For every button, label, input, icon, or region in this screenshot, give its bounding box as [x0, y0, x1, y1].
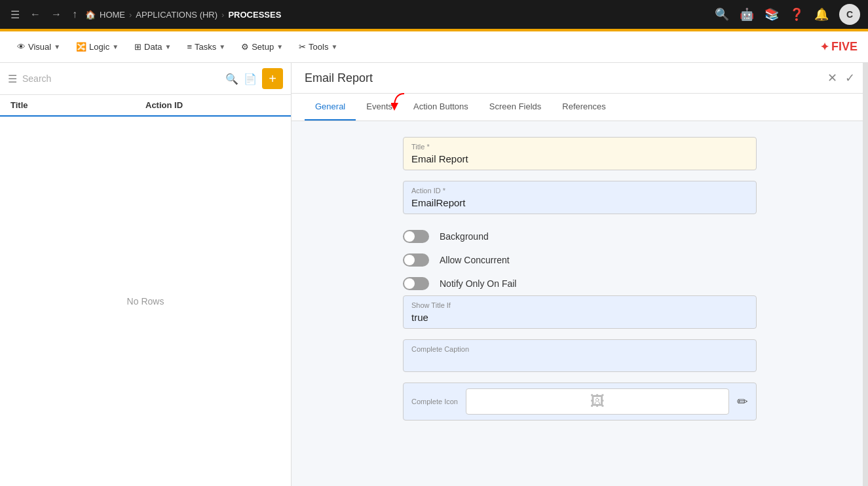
notify-only-label: Notify Only On Fail	[440, 278, 516, 289]
action-id-value[interactable]: EmailReport	[411, 197, 748, 208]
chevron-down-icon: ▼	[54, 43, 60, 50]
action-id-label: Action ID *	[411, 187, 748, 195]
filter-icon[interactable]: ☰	[8, 73, 17, 85]
back-icon[interactable]: ←	[28, 6, 43, 23]
left-panel: ☰ 🔍 📄 + Title Action ID No Rows	[0, 63, 292, 486]
tab-general[interactable]: General	[305, 94, 356, 121]
main-toolbar: 👁 Visual ▼ 🔀 Logic ▼ ⊞ Data ▼ ≡ Tasks ▼ …	[0, 31, 868, 63]
form-container: Title * Email Report Action ID * EmailRe…	[403, 137, 757, 421]
show-title-if-value[interactable]: true	[411, 312, 748, 323]
panel-actions: ✕ ✓	[827, 71, 855, 85]
add-button[interactable]: +	[262, 68, 283, 89]
show-title-if-label: Show Title If	[411, 301, 748, 309]
books-icon[interactable]: 📚	[764, 7, 779, 22]
chevron-down-icon: ▼	[165, 43, 172, 50]
main-layout: ☰ 🔍 📄 + Title Action ID No Rows Email Re…	[0, 63, 868, 486]
allow-concurrent-toggle-row: Allow Concurrent	[403, 248, 757, 272]
no-rows-message: No Rows	[0, 117, 291, 486]
tasks-icon: ≡	[187, 42, 192, 52]
visual-icon: 👁	[17, 42, 26, 52]
icon-preview[interactable]: 🖼	[466, 388, 729, 415]
image-placeholder-icon: 🖼	[590, 393, 605, 410]
toolbar-logic[interactable]: 🔀 Logic ▼	[69, 38, 125, 56]
title-label: Title *	[411, 143, 748, 151]
complete-caption-label: Complete Caption	[411, 345, 748, 353]
edit-icon-button[interactable]: ✏	[737, 394, 748, 409]
complete-caption-field[interactable]: Complete Caption	[403, 339, 757, 372]
toolbar-tools[interactable]: ✂ Tools ▼	[292, 38, 344, 56]
up-icon[interactable]: ↑	[69, 6, 80, 23]
breadcrumb-home[interactable]: HOME	[100, 10, 125, 20]
show-title-if-group: Show Title If true	[403, 295, 757, 329]
col-action-id-header: Action ID	[145, 100, 280, 110]
top-navbar: ☰ ← → ↑ 🏠 HOME › APPLICATIONS (HR) › PRO…	[0, 0, 868, 29]
toolbar-data[interactable]: ⊞ Data ▼	[128, 38, 178, 56]
panel-header: Email Report ✕ ✓	[292, 63, 868, 94]
chevron-down-icon: ▼	[331, 43, 337, 50]
allow-concurrent-label: Allow Concurrent	[440, 255, 510, 265]
title-value[interactable]: Email Report	[411, 153, 748, 164]
complete-caption-group: Complete Caption	[403, 339, 757, 372]
background-toggle[interactable]	[403, 230, 429, 243]
close-button[interactable]: ✕	[827, 71, 837, 85]
tab-action-buttons[interactable]: Action Buttons	[403, 94, 479, 121]
chevron-down-icon: ▼	[219, 43, 225, 50]
help-icon[interactable]: ❓	[789, 7, 804, 22]
forward-icon[interactable]: →	[48, 6, 64, 23]
col-title-header: Title	[10, 100, 145, 110]
breadcrumb-applications[interactable]: APPLICATIONS (HR)	[136, 10, 217, 20]
five-star-icon: ✦	[820, 41, 829, 53]
notify-only-toggle[interactable]	[403, 277, 429, 290]
show-title-if-field[interactable]: Show Title If true	[403, 295, 757, 329]
search-input[interactable]	[22, 73, 220, 84]
breadcrumb: 🏠 HOME › APPLICATIONS (HR) › PROCESSES	[85, 10, 281, 20]
setup-icon: ⚙	[241, 42, 249, 52]
bell-icon[interactable]: 🔔	[814, 7, 829, 22]
allow-concurrent-toggle[interactable]	[403, 253, 429, 267]
complete-icon-label: Complete Icon	[411, 398, 458, 405]
toolbar-setup[interactable]: ⚙ Setup ▼	[235, 38, 290, 56]
title-field-group: Title * Email Report	[403, 137, 757, 170]
breadcrumb-processes[interactable]: PROCESSES	[228, 10, 281, 20]
complete-icon-group: Complete Icon 🖼 ✏	[403, 383, 757, 421]
scrollbar[interactable]	[863, 63, 868, 486]
complete-icon-field: Complete Icon 🖼 ✏	[403, 383, 757, 421]
menu-icon[interactable]: ☰	[8, 6, 22, 24]
breadcrumb-sep-2: ›	[221, 10, 224, 20]
action-id-field-group: Action ID * EmailReport	[403, 181, 757, 214]
tab-screen-fields[interactable]: Screen Fields	[479, 94, 552, 121]
logic-icon: 🔀	[76, 42, 86, 52]
form-area: Title * Email Report Action ID * EmailRe…	[292, 121, 868, 486]
notify-only-toggle-row: Notify Only On Fail	[403, 272, 757, 295]
breadcrumb-sep-1: ›	[129, 10, 132, 20]
five-logo: ✦ FIVE	[820, 40, 858, 54]
panel-title: Email Report	[305, 71, 373, 85]
background-label: Background	[440, 231, 489, 242]
tabs-bar: General Events Action Buttons Screen Fie…	[292, 94, 868, 121]
tab-references[interactable]: References	[552, 94, 616, 121]
robot-icon[interactable]: 🤖	[740, 7, 754, 22]
title-field[interactable]: Title * Email Report	[403, 137, 757, 170]
table-header: Title Action ID	[0, 95, 291, 117]
toolbar-tasks[interactable]: ≡ Tasks ▼	[180, 38, 232, 56]
chevron-down-icon: ▼	[112, 43, 119, 50]
tools-icon: ✂	[299, 42, 306, 52]
nav-right: 🔍 🤖 📚 ❓ 🔔 C	[715, 4, 860, 25]
search-icon[interactable]: 🔍	[225, 73, 238, 85]
confirm-button[interactable]: ✓	[845, 71, 855, 85]
data-icon: ⊞	[134, 42, 142, 52]
toolbar-visual[interactable]: 👁 Visual ▼	[10, 38, 67, 56]
action-id-field[interactable]: Action ID * EmailReport	[403, 181, 757, 214]
tab-events[interactable]: Events	[356, 94, 403, 121]
right-panel: Email Report ✕ ✓ General Events Action B…	[292, 63, 868, 486]
background-toggle-row: Background	[403, 225, 757, 248]
avatar[interactable]: C	[839, 4, 860, 25]
document-icon[interactable]: 📄	[244, 73, 257, 85]
search-globe-icon[interactable]: 🔍	[715, 7, 729, 22]
search-bar: ☰ 🔍 📄 +	[0, 63, 291, 95]
complete-caption-value[interactable]	[411, 356, 748, 366]
chevron-down-icon: ▼	[276, 43, 283, 50]
home-icon: 🏠	[85, 10, 96, 20]
